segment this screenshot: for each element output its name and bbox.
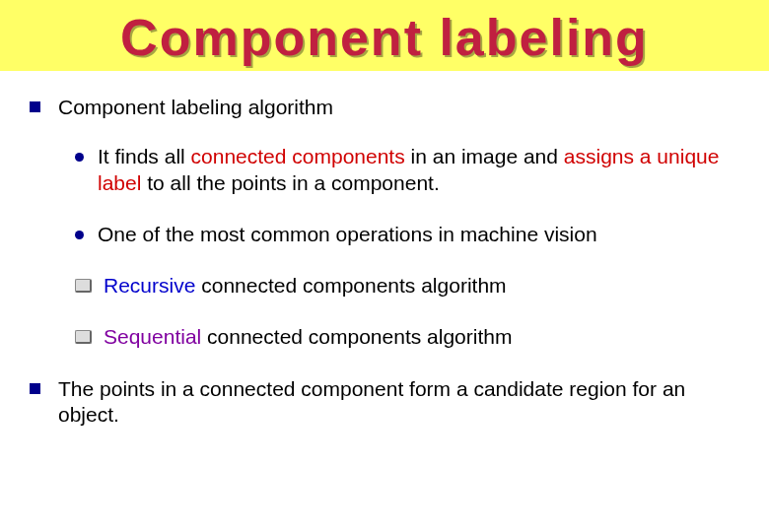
text-span: in an image and: [405, 145, 564, 167]
list-item: It finds all connected components in an …: [75, 144, 749, 196]
list-item: Sequential connected components algorith…: [75, 324, 749, 350]
content-area: Component labeling algorithm It finds al…: [0, 71, 769, 428]
dot-bullet-icon: [75, 153, 84, 162]
item-text: Recursive connected components algorithm: [104, 273, 507, 299]
text-span: It finds all: [98, 145, 191, 167]
list-item: One of the most common operations in mac…: [75, 222, 749, 247]
keyboard-bullet-icon: [75, 330, 92, 344]
highlight-text: connected components: [191, 145, 405, 167]
keyboard-bullet-icon: [75, 279, 92, 293]
square-bullet-icon: [30, 383, 40, 394]
item-text: One of the most common operations in mac…: [98, 222, 597, 247]
list-item: Recursive connected components algorithm: [75, 273, 749, 299]
dot-bullet-icon: [75, 231, 84, 239]
list-item: The points in a connected component form…: [30, 376, 749, 429]
sub-list: It finds all connected components in an …: [30, 144, 749, 350]
item-text: Component labeling algorithm: [58, 95, 333, 120]
text-span: to all the points in a component.: [141, 171, 439, 194]
item-text: The points in a connected component form…: [58, 376, 749, 429]
highlight-text: Sequential: [104, 325, 201, 348]
text-span: connected components algorithm: [195, 274, 506, 297]
highlight-text: Recursive: [104, 274, 195, 297]
square-bullet-icon: [30, 101, 40, 112]
item-text: It finds all connected components in an …: [98, 144, 749, 196]
slide-title: Component labeling: [0, 8, 769, 67]
text-span: connected components algorithm: [201, 325, 512, 348]
list-item: Component labeling algorithm: [30, 95, 749, 120]
item-text: Sequential connected components algorith…: [104, 324, 512, 350]
title-band: Component labeling: [0, 0, 769, 71]
